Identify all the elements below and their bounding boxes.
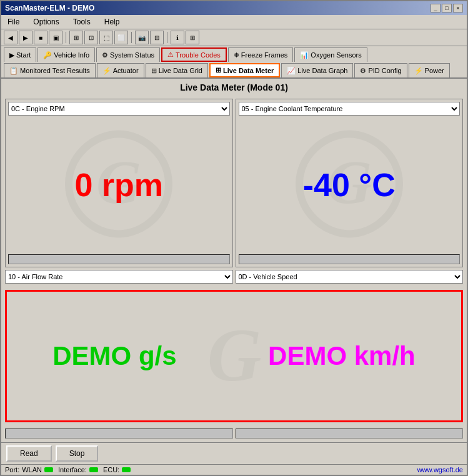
tab-row-1: ▶ Start 🔑 Vehicle Info ⚙ System Status ⚠… [1,46,467,62]
tab-monitored-label: Monitored Test Results [20,67,90,74]
close-button[interactable]: × [453,4,463,12]
meter-rpm-bar [8,254,230,264]
menu-bar: File Options Tools Help [1,15,467,29]
status-bar: Port: WLAN Interface: ECU: www.wgsoft.de [1,464,467,475]
port-value: WLAN [22,466,42,474]
toolbar-btn-9[interactable]: 📷 [135,31,149,44]
tab-oxygen-sensors[interactable]: 📊 Oxygen Sensors [294,47,367,62]
toolbar-btn-2[interactable]: ▶ [19,31,32,44]
menu-file[interactable]: File [4,16,23,27]
window-controls: _ □ × [431,4,463,12]
monitored-icon: 📋 [9,67,18,75]
tab-freeze-frames[interactable]: ❄ Freeze Frames [228,47,294,62]
tab-graph-label: Live Data Graph [297,67,347,74]
page-title: Live Data Meter (Mode 01) [1,79,467,95]
toolbar: ◀ ▶ ■ ▣ ⊞ ⊡ ⬚ ⬜ 📷 ⊟ ℹ ⊞ [1,29,467,46]
start-icon: ▶ [9,51,14,59]
actuator-icon: ⚡ [102,67,111,75]
port-led [44,467,53,472]
menu-help[interactable]: Help [101,16,124,27]
stop-button[interactable]: Stop [56,445,99,462]
title-bar: ScanMaster-ELM - DEMO _ □ × [1,1,467,15]
tab-monitored[interactable]: 📋 Monitored Test Results [4,63,96,77]
tab-live-data-graph[interactable]: 📈 Live Data Graph [281,63,353,77]
toolbar-btn-11[interactable]: ℹ [171,31,184,44]
graph-icon: 📈 [287,67,296,75]
meter-airflow-value: DEMO g/s [52,341,176,371]
tab-oxygen-label: Oxygen Sensors [311,51,361,59]
warning-icon: ⚠ [167,51,174,59]
status-left: Port: WLAN Interface: ECU: [5,466,131,474]
meter-airflow-select[interactable]: 10 - Air Flow Rate [5,270,233,284]
meter-rpm: 0C - Engine RPMG0 rpm [5,99,233,267]
tab-trouble-codes[interactable]: ⚠ Trouble Codes [161,47,227,62]
toolbar-btn-5[interactable]: ⊞ [69,31,83,44]
toolbar-sep-3 [167,32,167,43]
tab-system-status[interactable]: ⚙ System Status [96,47,160,62]
toolbar-btn-1[interactable]: ◀ [4,31,17,44]
demo-display-box: GDEMO g/sDEMO km/h [5,290,463,422]
tab-actuator[interactable]: ⚡ Actuator [97,63,144,77]
bottom-buttons: Read Stop [1,442,467,464]
meter-airflow-bar [5,429,233,439]
interface-led [89,467,98,472]
toolbar-btn-6[interactable]: ⊡ [84,31,98,44]
toolbar-sep-1 [66,32,66,43]
meters-grid: 0C - Engine RPMG0 rpm05 - Engine Coolant… [1,95,467,442]
tab-start[interactable]: ▶ Start [4,47,36,62]
ecu-label: ECU: [103,466,119,474]
meter-bottom-row: 10 - Air Flow Rate0D - Vehicle SpeedGDEM… [5,270,463,439]
toolbar-btn-7[interactable]: ⬚ [99,31,113,44]
meter-coolant-bar [239,254,461,264]
tab-live-data-meter[interactable]: ⊞ Live Data Meter [209,63,280,77]
main-window: ScanMaster-ELM - DEMO _ □ × File Options… [0,0,468,476]
tab-pid-label: PID Config [368,67,401,74]
interface-label: Interface: [58,466,87,474]
maximize-button[interactable]: □ [442,4,452,12]
menu-tools[interactable]: Tools [69,16,94,27]
tab-pid-config[interactable]: ⚙ PID Config [354,63,407,77]
minimize-button[interactable]: _ [431,4,441,12]
tab-meter-label: Live Data Meter [223,67,274,74]
window-title: ScanMaster-ELM - DEMO [5,4,94,12]
tab-start-label: Start [16,51,31,59]
meter-rpm-select[interactable]: 0C - Engine RPM [8,102,230,116]
ecu-led [122,467,131,472]
port-label: Port: [5,466,19,474]
vehicle-icon: 🔑 [43,51,52,59]
toolbar-btn-8[interactable]: ⬜ [114,31,128,44]
tab-vehicle-label: Vehicle Info [54,51,89,59]
oxygen-icon: 📊 [300,51,309,59]
meter-coolant: 05 - Engine Coolant TemperatureG-40 °C [236,99,464,267]
meter-coolant-select[interactable]: 05 - Engine Coolant Temperature [239,102,461,116]
tab-freeze-label: Freeze Frames [241,51,288,59]
port-indicator: Port: WLAN [5,466,53,474]
pid-icon: ⚙ [360,67,366,75]
content-area: Live Data Meter (Mode 01) 0C - Engine RP… [1,79,467,442]
meter-speed-value: DEMO km/h [268,341,416,371]
meter-coolant-value: -40 °C [303,166,396,204]
tab-system-label: System Status [110,51,154,59]
svg-text:G: G [207,314,261,397]
meter-rpm-value: 0 rpm [74,166,163,204]
toolbar-btn-3[interactable]: ■ [34,31,47,44]
system-icon: ⚙ [102,51,108,59]
toolbar-btn-12[interactable]: ⊞ [186,31,199,44]
meter-rpm-display: G0 rpm [8,118,230,252]
interface-indicator: Interface: [58,466,98,474]
toolbar-btn-4[interactable]: ▣ [49,31,62,44]
tab-trouble-label: Trouble Codes [176,51,221,59]
tab-actuator-label: Actuator [113,67,139,74]
tab-power[interactable]: ⚡ Power [409,63,450,77]
ecu-indicator: ECU: [103,466,131,474]
meter-speed-select[interactable]: 0D - Vehicle Speed [236,270,464,284]
website-link[interactable]: www.wgsoft.de [417,466,463,474]
menu-options[interactable]: Options [29,16,62,27]
power-icon: ⚡ [414,67,423,75]
toolbar-btn-10[interactable]: ⊟ [150,31,164,44]
meter-icon: ⊞ [216,66,221,74]
tab-live-data-grid[interactable]: ⊞ Live Data Grid [146,63,208,77]
tab-vehicle-info[interactable]: 🔑 Vehicle Info [37,47,95,62]
read-button[interactable]: Read [6,445,52,462]
tab-grid-label: Live Data Grid [159,67,202,74]
